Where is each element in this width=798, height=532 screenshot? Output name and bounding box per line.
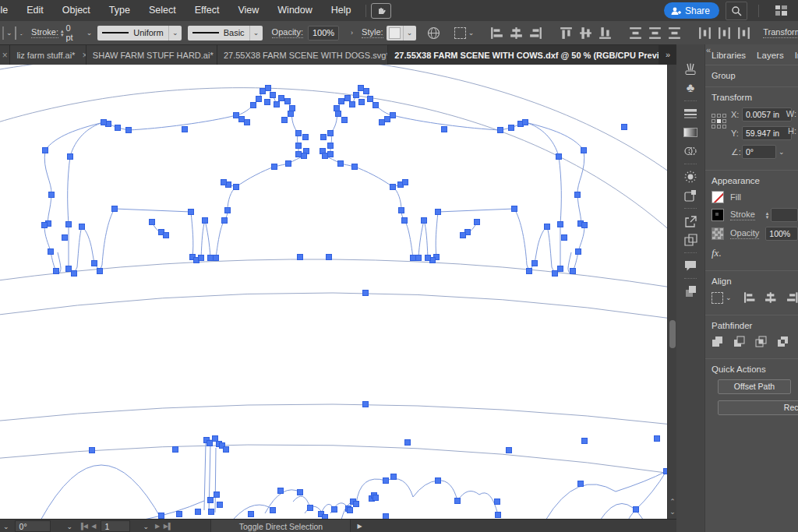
anchor-point[interactable] [224,447,229,453]
fill-swatch[interactable] [2,26,4,40]
vector-path[interactable] [204,443,206,510]
anchor-point[interactable] [338,161,344,167]
anchor-point[interactable] [523,120,528,125]
anchor-point[interactable] [495,499,500,505]
anchor-point[interactable] [461,233,466,238]
anchor-point[interactable] [214,492,220,498]
stroke-panel-icon[interactable] [681,104,700,123]
anchor-point[interactable] [199,255,204,261]
comments-panel-icon[interactable] [681,256,700,275]
anchor-point[interactable] [256,97,262,102]
artboard-number-field[interactable]: 1 [101,520,130,532]
menu-select[interactable]: Select [139,0,185,21]
align-right-button[interactable] [786,291,798,304]
anchor-point[interactable] [527,269,532,274]
align-left-button[interactable] [743,291,755,304]
stroke-weight-dropdown-chevron-icon[interactable]: ⌄ [84,29,95,37]
anchor-point[interactable] [363,291,369,296]
align-vertical-center-button[interactable] [579,26,592,40]
status-menu-arrow-icon[interactable]: ▶ [357,523,362,530]
anchor-point[interactable] [225,208,231,213]
fx-effects-button[interactable]: fx. [711,247,722,259]
anchor-point[interactable] [358,86,364,91]
tab-shaw-farm-stuff[interactable]: SHAW FARM STUFF HARD.ai* × [87,45,217,65]
document-arrange-button[interactable] [371,3,391,19]
stroke-panel-link[interactable]: Stroke: [31,27,58,38]
anchor-point[interactable] [208,255,214,261]
anchor-point[interactable] [72,271,77,277]
anchor-point[interactable] [498,128,503,133]
anchor-point[interactable] [282,118,288,123]
anchor-point[interactable] [270,93,276,98]
anchor-point[interactable] [328,143,334,149]
anchor-point[interactable] [222,218,228,224]
anchor-point[interactable] [402,218,408,224]
chevron-down-icon[interactable]: ⌄ [776,148,787,156]
recolor-button[interactable]: Recolor [718,400,798,415]
anchor-point[interactable] [62,235,68,241]
anchor-point[interactable] [159,513,164,519]
width-profile-dropdown[interactable]: Uniform ⌄ [97,26,182,41]
menu-edit[interactable]: Edit [17,0,53,21]
share-button[interactable]: Share [664,2,719,19]
pathfinder-unite-button[interactable] [711,336,723,347]
stroke-color-swatch[interactable] [15,26,16,40]
anchor-point[interactable] [239,117,245,122]
anchor-point[interactable] [68,154,73,160]
transform-panel-link[interactable]: Transform [763,27,798,38]
anchor-point[interactable] [622,125,627,130]
fill-none-swatch[interactable] [711,191,724,203]
anchor-point[interactable] [115,125,121,131]
align-horizontal-center-button[interactable] [764,291,776,304]
anchor-point[interactable] [221,180,227,185]
collapse-dock-icon[interactable]: « [706,45,711,55]
anchor-point[interactable] [416,255,422,261]
anchor-point[interactable] [90,448,95,453]
anchor-point[interactable] [101,120,107,125]
anchor-point[interactable] [328,152,334,157]
anchor-point[interactable] [442,127,447,132]
tab-image-trace[interactable]: Image Trace [795,51,798,60]
style-swatch-dropdown[interactable]: ⌄ [387,26,416,41]
anchor-point[interactable] [274,102,280,107]
search-button[interactable] [726,2,747,20]
anchor-point[interactable] [581,148,587,153]
distribute-vertical-top-button[interactable] [629,26,642,40]
graphic-styles-panel-icon[interactable] [681,186,700,205]
distribute-vertical-center-button[interactable] [648,26,662,40]
anchor-point[interactable] [391,474,397,480]
anchor-point[interactable] [290,106,295,111]
anchor-point[interactable] [368,97,373,102]
anchor-point[interactable] [285,99,291,104]
tab-farm-scene-dogs[interactable]: 27.55X38 FARM SCENE WITH DOGS.svg* × [217,45,387,65]
pathfinder-minus-front-button[interactable] [733,336,745,347]
anchor-point[interactable] [97,269,103,274]
tab-overflow-button[interactable]: » [659,50,676,59]
menu-file[interactable]: File [0,0,17,21]
anchor-point[interactable] [272,164,277,170]
anchor-point[interactable] [578,481,584,487]
rotation-dropdown-chevron-icon[interactable]: ⌄ [65,523,76,530]
anchor-point[interactable] [350,102,355,107]
anchor-point[interactable] [260,89,266,94]
scrollbar-thumb[interactable] [669,320,676,348]
anchor-point[interactable] [556,154,562,160]
align-left-button[interactable] [490,26,503,40]
reference-point-locator[interactable] [711,114,726,164]
align-horizontal-center-button[interactable] [510,26,523,40]
anchor-point[interactable] [553,271,558,277]
pathfinder-intersect-button[interactable] [755,336,767,347]
distribute-horizontal-center-button[interactable] [718,26,731,40]
anchor-point[interactable] [558,222,563,227]
transparency-panel-icon[interactable] [681,142,700,160]
anchor-point[interactable] [208,498,214,503]
anchor-point[interactable] [207,441,213,446]
menu-effect[interactable]: Effect [185,0,229,21]
anchor-point[interactable] [42,223,48,228]
anchor-point[interactable] [332,507,337,513]
anchor-point[interactable] [79,224,85,230]
anchor-point[interactable] [390,185,396,190]
anchor-point[interactable] [558,266,563,272]
align-right-button[interactable] [529,26,542,40]
anchor-point[interactable] [339,99,344,104]
